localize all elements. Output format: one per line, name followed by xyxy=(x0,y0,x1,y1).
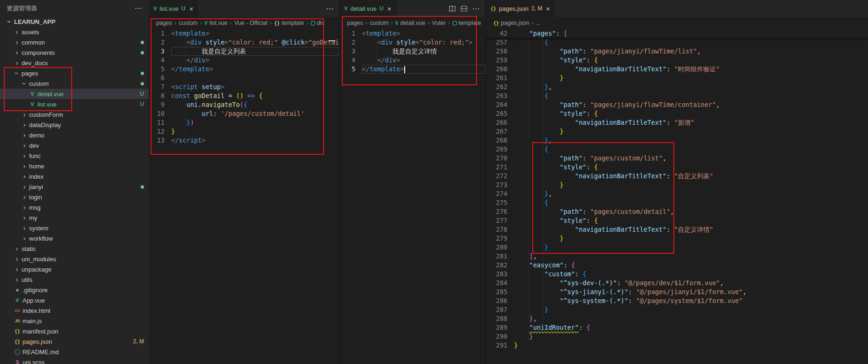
chevron-right-icon[interactable]: › xyxy=(13,49,21,56)
chevron-right-icon[interactable]: › xyxy=(13,255,21,263)
tree-item-static[interactable]: ›static xyxy=(0,243,149,254)
tree-item-msg[interactable]: ›msg xyxy=(0,202,149,212)
code-line[interactable]: 286 "^sys-system-(.*)": "@/pages/system/… xyxy=(486,296,868,305)
chevron-right-icon[interactable]: › xyxy=(21,214,28,221)
tree-item-index.html[interactable]: <>index.html xyxy=(0,305,149,316)
breadcrumb-item[interactable]: Vlist.vue xyxy=(204,20,228,26)
tree-item-app.vue[interactable]: VApp.vue xyxy=(0,295,149,305)
code-line[interactable]: 262 }, xyxy=(486,83,868,91)
code-line[interactable]: 1<template> xyxy=(149,29,339,38)
tree-item-custom[interactable]: ›custom xyxy=(0,78,149,89)
sticky-line[interactable]: 42 "pages": [ xyxy=(486,29,868,38)
chevron-right-icon[interactable]: › xyxy=(21,131,28,139)
tab-pages-json[interactable]: {}pages.json2, M× xyxy=(486,0,555,17)
tree-item-pages[interactable]: ›pages xyxy=(0,68,149,78)
editor-layout-icon[interactable] xyxy=(460,5,468,12)
breadcrumb-item[interactable]: custom xyxy=(179,20,197,26)
code-line[interactable]: 11 }) xyxy=(149,118,339,127)
breadcrumb-item[interactable]: custom xyxy=(370,20,388,26)
code-line[interactable]: 287 } xyxy=(486,305,868,314)
tree-item-detail.vue[interactable]: Vdetail.vueU xyxy=(0,89,149,99)
breadcrumb-item[interactable]: div xyxy=(311,20,325,26)
tree-item-workflow[interactable]: ›workflow xyxy=(0,233,149,243)
tree-item-login[interactable]: ›login xyxy=(0,192,149,202)
code-line[interactable]: 12} xyxy=(149,127,339,136)
tree-item-.gitignore[interactable]: ◆.gitignore xyxy=(0,285,149,295)
chevron-right-icon[interactable]: › xyxy=(13,38,21,46)
code-line[interactable]: 279 } xyxy=(486,234,868,243)
chevron-down-icon[interactable]: › xyxy=(21,80,28,87)
tree-item-home[interactable]: ›home xyxy=(0,161,149,171)
tree-item-components[interactable]: ›components xyxy=(0,47,149,58)
breadcrumb-item[interactable]: pages xyxy=(347,20,363,26)
tree-item-dev[interactable]: ›dev xyxy=(0,140,149,151)
code-line[interactable]: 273 } xyxy=(486,181,868,190)
tab-list-vue[interactable]: Vlist.vueU× xyxy=(149,0,198,17)
chevron-right-icon[interactable]: › xyxy=(21,142,28,149)
tree-item-datadisplay[interactable]: ›dataDisplay xyxy=(0,120,149,130)
code-line[interactable]: 281 ], xyxy=(486,252,868,261)
more-actions-icon[interactable]: ⋯ xyxy=(135,4,142,13)
code-line[interactable]: 269 { xyxy=(486,145,868,154)
chevron-right-icon[interactable]: › xyxy=(21,204,28,211)
breadcrumb-item[interactable]: {}pages.json xyxy=(493,20,529,26)
close-icon[interactable]: × xyxy=(387,5,392,13)
more-actions-icon[interactable]: ⋯ xyxy=(472,4,480,13)
tree-item-unpackage[interactable]: ›unpackage xyxy=(0,264,149,274)
tree-item-customform[interactable]: ›customForm xyxy=(0,109,149,120)
chevron-right-icon[interactable]: › xyxy=(21,173,28,180)
tree-item-learun_app[interactable]: ›LEARUN_APP xyxy=(0,16,149,27)
chevron-right-icon[interactable]: › xyxy=(13,28,21,36)
tree-item-jianyi[interactable]: ›jianyi xyxy=(0,182,149,192)
code-line[interactable]: 8const goDetail = () => { xyxy=(149,91,339,100)
code-line[interactable]: 5</template> xyxy=(149,65,339,74)
code-line[interactable]: 263 { xyxy=(486,91,868,100)
code-editor[interactable]: 1<template>2 <div style="color: red;">3 … xyxy=(340,29,485,364)
chevron-right-icon[interactable]: › xyxy=(13,245,21,252)
code-line[interactable]: 3 我是自定义列表 xyxy=(149,47,339,56)
code-line[interactable]: 289 "uniIdRouter": { xyxy=(486,323,868,332)
breadcrumb-item[interactable]: Vdetail.vue xyxy=(395,20,425,26)
tree-item-manifest.json[interactable]: {}manifest.json xyxy=(0,326,149,336)
code-editor[interactable]: 1<template>2 <div style="color: red;" @c… xyxy=(149,29,339,364)
code-line[interactable]: 7<script setup> xyxy=(149,83,339,91)
code-line[interactable]: 284 "^sys-dev-(.*)": "@/pages/dev/$1/for… xyxy=(486,279,868,288)
code-line[interactable]: 264 "path": "pages/jianyi/flowTime/conta… xyxy=(486,100,868,109)
code-line[interactable]: 271 "style": { xyxy=(486,163,868,172)
breadcrumb-item[interactable]: Vuter xyxy=(432,20,445,26)
tree-item-my[interactable]: ›my xyxy=(0,212,149,223)
tree-item-dev_docs[interactable]: ›dev_docs xyxy=(0,58,149,68)
code-line[interactable]: 270 "path": "pages/custom/list", xyxy=(486,154,868,163)
chevron-right-icon[interactable]: › xyxy=(21,152,28,159)
code-line[interactable]: 285 "^sys-jianyi-(.*)": "@/pages/jianyi/… xyxy=(486,288,868,296)
code-line[interactable]: 282 "easycom": { xyxy=(486,261,868,270)
code-line[interactable]: 283 "custom": { xyxy=(486,270,868,279)
tree-item-assets[interactable]: ›assets xyxy=(0,27,149,37)
code-line[interactable]: 2 <div style="color: red;" @click="goDet… xyxy=(149,38,339,47)
chevron-right-icon[interactable]: › xyxy=(13,265,21,273)
more-actions-icon[interactable]: ⋯ xyxy=(326,4,333,13)
tree-item-uni.scss[interactable]: Suni.scss xyxy=(0,357,149,364)
code-line[interactable]: 4 </div> xyxy=(340,56,485,65)
code-line[interactable]: 274 }, xyxy=(486,190,868,198)
chevron-right-icon[interactable]: › xyxy=(21,235,28,242)
code-line[interactable]: 259 "style": { xyxy=(486,56,868,65)
code-line[interactable]: 5</template> xyxy=(340,65,485,74)
code-line[interactable]: 276 "path": "pages/custom/detail", xyxy=(486,207,868,216)
code-line[interactable]: 3 我是自定义详情 xyxy=(340,47,485,56)
code-line[interactable]: 2 <div style="color: red;"> xyxy=(340,38,485,47)
breadcrumb-item[interactable]: pages xyxy=(156,20,172,26)
breadcrumb-item[interactable]: {}template xyxy=(274,20,304,26)
chevron-right-icon[interactable]: › xyxy=(21,193,28,201)
code-line[interactable]: 277 "style": { xyxy=(486,216,868,225)
code-line[interactable]: 278 "navigationBarTitleText": "自定义详情" xyxy=(486,225,868,234)
code-editor[interactable]: 42 "pages": [257 {258 "path": "pages/jia… xyxy=(486,29,868,364)
chevron-right-icon[interactable]: › xyxy=(21,162,28,170)
chevron-down-icon[interactable]: › xyxy=(6,18,13,25)
tree-item-pages.json[interactable]: {}pages.json2, M xyxy=(0,336,149,347)
chevron-right-icon[interactable]: › xyxy=(21,121,28,129)
close-icon[interactable]: × xyxy=(546,5,550,13)
tree-item-func[interactable]: ›func xyxy=(0,151,149,161)
chevron-right-icon[interactable]: › xyxy=(13,276,21,283)
code-line[interactable]: 258 "path": "pages/jianyi/flowTime/list"… xyxy=(486,47,868,56)
